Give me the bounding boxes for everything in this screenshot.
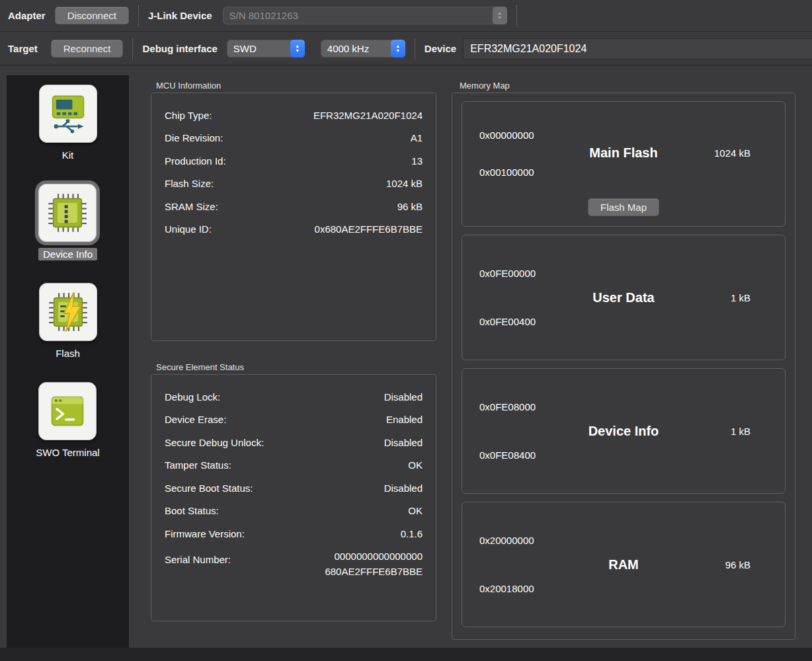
jlink-device-label: J-Link Device	[148, 10, 212, 21]
row-value: 96 kB	[397, 199, 423, 214]
start-address: 0x00000000	[479, 130, 534, 141]
row-value: OK	[408, 503, 423, 518]
secure-status-row: Device Erase: Enabled	[165, 408, 423, 432]
debug-interface-label: Debug interface	[142, 43, 217, 54]
row-label: Serial Number:	[165, 549, 231, 565]
row-label: Secure Debug Unlock:	[165, 437, 264, 448]
adapter-label: Adapter	[8, 10, 46, 21]
device-input[interactable]	[463, 38, 812, 59]
secure-status-row: Boot Status: OK	[165, 500, 423, 523]
sidebar-item-label: Device Info	[38, 248, 97, 260]
kit-tile	[39, 85, 97, 143]
target-label: Target	[8, 43, 38, 54]
start-address: 0x0FE08000	[479, 401, 536, 412]
toolbar-divider	[138, 5, 139, 26]
row-value: Disabled	[384, 389, 423, 405]
window-footer	[0, 648, 812, 661]
swo-terminal-icon	[46, 390, 89, 432]
device-label: Device	[425, 43, 456, 54]
sidebar-item-kit[interactable]: Kit	[39, 85, 97, 161]
mcu-information-title: MCU Information	[156, 81, 221, 91]
jlink-device-select[interactable]: S/N 801021263 ▲▼	[223, 7, 507, 24]
toolbar-divider	[132, 38, 133, 59]
block-size: 96 kB	[725, 559, 751, 570]
disconnect-button[interactable]: Disconnect	[55, 7, 129, 24]
row-value: A1	[411, 130, 423, 145]
row-value: 13	[411, 153, 423, 169]
row-label: Unique ID:	[165, 223, 212, 235]
secure-status-row: Debug Lock: Disabled	[165, 385, 423, 408]
memory-map-group: 0x00000000 0x00100000 Main Flash 1024 kB…	[452, 93, 795, 640]
mcu-info-row: SRAM Size: 96 kB	[165, 195, 423, 218]
secure-status-row: Secure Boot Status: Disabled	[165, 477, 423, 500]
sidebar-item-flash[interactable]: Flash	[39, 283, 97, 360]
stepper-arrows-icon: ▲▼	[391, 40, 405, 58]
memory-block-device-info: 0x0FE08000 0x0FE08400 Device Info 1 kB	[462, 368, 786, 494]
end-address: 0x20018000	[479, 583, 534, 594]
row-value: EFR32MG21A020F1024	[313, 108, 423, 123]
toolbar-divider	[516, 5, 517, 26]
row-value: Enabled	[386, 412, 423, 427]
mcu-info-row: Chip Type: EFR32MG21A020F1024	[165, 104, 423, 127]
block-size: 1 kB	[731, 426, 751, 437]
block-size: 1024 kB	[714, 147, 751, 159]
row-value: 0.1.6	[401, 526, 423, 541]
row-value: 1024 kB	[386, 176, 423, 191]
end-address: 0x00100000	[479, 167, 534, 178]
stepper-arrows-icon: ▲▼	[493, 7, 507, 24]
jlink-device-value: S/N 801021263	[223, 10, 493, 21]
row-label: Production Id:	[165, 155, 226, 167]
debug-interface-value: SWD	[227, 43, 290, 54]
memory-block-main-flash: 0x00000000 0x00100000 Main Flash 1024 kB…	[462, 101, 786, 227]
flash-tile	[39, 283, 97, 341]
secure-status-row: Serial Number: 0000000000000000 680AE2FF…	[165, 545, 423, 580]
mcu-information-group: Chip Type: EFR32MG21A020F1024 Die Revisi…	[151, 93, 436, 341]
row-label: Device Erase:	[165, 414, 226, 425]
secure-element-status-title: Secure Element Status	[156, 362, 244, 372]
swo-terminal-tile	[38, 382, 97, 440]
target-toolbar: Target Reconnect Debug interface SWD ▲▼ …	[0, 32, 812, 65]
sidebar-item-label: Flash	[51, 347, 85, 360]
sidebar-item-swo-terminal[interactable]: SWO Terminal	[31, 382, 104, 459]
row-value: 0000000000000000 680AE2FFFE6B7BBE	[325, 549, 423, 580]
kit-icon	[47, 93, 89, 135]
sidebar-item-label: Kit	[58, 149, 79, 161]
secure-status-row: Secure Debug Unlock: Disabled	[165, 431, 423, 454]
secure-status-row: Firmware Version: 0.1.6	[165, 522, 423, 545]
secure-element-status-group: Debug Lock: Disabled Device Erase: Enabl…	[151, 374, 436, 621]
memory-map-title: Memory Map	[460, 81, 510, 91]
stepper-arrows-icon: ▲▼	[290, 40, 305, 58]
sidebar-item-device-info[interactable]: Device Info	[38, 184, 97, 260]
toolbar-divider	[415, 38, 415, 59]
row-label: Debug Lock:	[165, 391, 220, 403]
mcu-info-row: Die Revision: A1	[165, 127, 423, 150]
start-address: 0x0FE00000	[479, 268, 536, 279]
mcu-info-row: Flash Size: 1024 kB	[165, 173, 423, 196]
sidebar-item-label: SWO Terminal	[31, 446, 104, 459]
row-label: SRAM Size:	[165, 201, 218, 212]
speed-value: 4000 kHz	[321, 43, 391, 54]
start-address: 0x20000000	[479, 535, 534, 546]
device-info-tile	[38, 184, 97, 242]
row-label: Secure Boot Status:	[165, 483, 253, 494]
row-value: Disabled	[384, 435, 423, 450]
secure-status-row: Tamper Status: OK	[165, 454, 423, 477]
row-label: Chip Type:	[165, 110, 212, 121]
mcu-info-row: Unique ID: 0x680AE2FFFE6B7BBE	[165, 218, 423, 241]
row-value: OK	[408, 457, 423, 473]
flash-map-button[interactable]: Flash Map	[588, 198, 659, 216]
row-label: Boot Status:	[165, 505, 219, 516]
speed-select[interactable]: 4000 kHz ▲▼	[321, 40, 405, 58]
reconnect-button[interactable]: Reconnect	[51, 40, 124, 58]
memory-block-user-data: 0x0FE00000 0x0FE00400 User Data 1 kB	[462, 235, 786, 360]
end-address: 0x0FE08400	[479, 449, 536, 461]
block-size: 1 kB	[731, 292, 751, 303]
row-label: Tamper Status:	[165, 459, 231, 471]
debug-interface-select[interactable]: SWD ▲▼	[227, 40, 305, 58]
mcu-info-row: Production Id: 13	[165, 149, 423, 173]
device-info-icon	[46, 192, 89, 234]
adapter-toolbar: Adapter Disconnect J-Link Device S/N 801…	[0, 0, 812, 32]
row-label: Flash Size:	[165, 178, 214, 189]
flash-icon	[47, 291, 89, 333]
sidebar: Kit Device Info	[7, 75, 129, 648]
